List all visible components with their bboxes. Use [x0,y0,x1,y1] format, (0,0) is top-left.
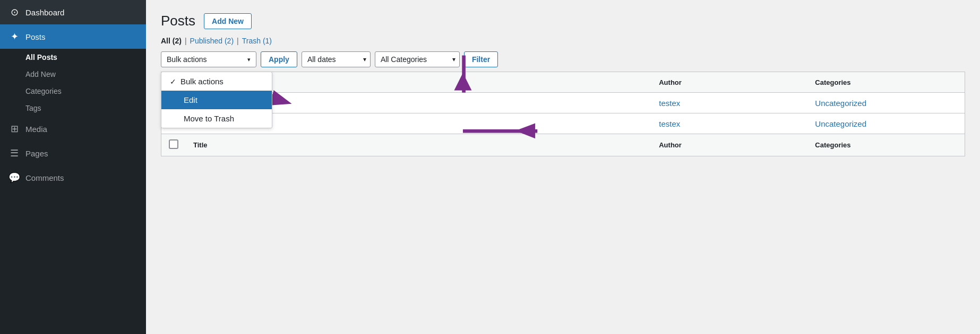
footer-col-title: Title [186,134,651,156]
pages-icon: ☰ [8,147,20,159]
posts-submenu: All Posts Add New Categories Tags [0,49,146,117]
row-2-category-link[interactable]: Uncategorized [815,119,866,128]
sidebar-item-label: Comments [25,173,64,182]
filter-trash[interactable]: Trash (1) [242,37,272,45]
separator-2: | [237,37,239,45]
page-title: Posts [161,13,195,29]
submenu-add-new[interactable]: Add New [0,66,146,83]
bulk-actions-dropdown[interactable]: Bulk actions ▾ [161,51,256,67]
bulk-actions-menu: ✓ Bulk actions Edit Move to Trash [161,72,272,128]
row-1-category-link[interactable]: Uncategorized [815,99,866,108]
menu-item-trash-label: Move to Trash [184,114,234,123]
submenu-tags[interactable]: Tags [0,100,146,117]
col-author: Author [651,72,807,93]
row-1-author-cell: testex [651,93,807,113]
col-categories: Categories [807,72,965,93]
row-1-author-link[interactable]: testex [659,99,680,108]
page-header: Posts Add New [161,13,965,29]
menu-item-bulk-actions[interactable]: ✓ Bulk actions [161,72,272,91]
menu-item-bulk-actions-label: Bulk actions [180,77,223,86]
table-row: ✓ Hello world! testex Uncategorized [161,113,965,134]
submenu-categories[interactable]: Categories [0,83,146,100]
sidebar: ⊙ Dashboard ✦ Posts All Posts Add New Ca… [0,0,146,334]
all-categories-select[interactable]: All Categories [375,51,460,67]
subsubsub-nav: All (2) | Published (2) | Trash (1) [161,37,965,45]
sidebar-item-pages[interactable]: ☰ Pages [0,141,146,165]
media-icon: ⊞ [8,123,20,135]
sidebar-item-label: Dashboard [25,8,64,17]
all-dates-select[interactable]: All dates [302,51,371,67]
posts-icon: ✦ [8,31,20,42]
menu-item-edit[interactable]: Edit [161,91,272,109]
sidebar-item-label: Posts [25,32,46,41]
row-2-author-link[interactable]: testex [659,119,680,128]
all-categories-wrapper: All Categories [375,51,460,67]
sidebar-item-posts[interactable]: ✦ Posts [0,24,146,49]
filter-published[interactable]: Published (2) [190,37,234,45]
table-row: ✓ My Post testex Uncategorized [161,93,965,113]
row-2-author-cell: testex [651,113,807,134]
footer-col-categories: Categories [807,134,965,156]
dashboard-icon: ⊙ [8,6,20,18]
footer-select-all-checkbox[interactable] [169,139,178,149]
toolbar: Bulk actions ▾ ✓ Bulk actions Edit Move … [161,51,965,67]
filter-all[interactable]: All (2) [161,37,182,45]
posts-table: ✓ Title Author Categories ✓ My Post test… [161,72,965,156]
row-2-categories-cell: Uncategorized [807,113,965,134]
annotation-arrows [292,0,980,334]
sidebar-item-dashboard[interactable]: ⊙ Dashboard [0,0,146,24]
sidebar-item-comments[interactable]: 💬 Comments [0,165,146,190]
row-1-categories-cell: Uncategorized [807,93,965,113]
all-dates-wrapper: All dates [302,51,371,67]
footer-checkbox-col [161,134,186,156]
main-content: Posts Add New All (2) | Published (2) | … [146,0,980,334]
chevron-down-icon: ▾ [247,56,251,63]
bulk-actions-label: Bulk actions [167,55,207,64]
add-new-button[interactable]: Add New [204,13,252,29]
menu-item-move-to-trash[interactable]: Move to Trash [161,109,272,128]
checkmark-icon: ✓ [170,77,176,86]
filter-button[interactable]: Filter [464,51,498,67]
apply-button[interactable]: Apply [261,51,297,67]
sidebar-item-media[interactable]: ⊞ Media [0,117,146,141]
submenu-all-posts[interactable]: All Posts [0,49,146,66]
separator-1: | [185,37,187,45]
comments-icon: 💬 [8,172,20,183]
sidebar-item-label: Media [25,125,47,134]
menu-item-edit-label: Edit [184,95,197,104]
footer-col-author: Author [651,134,807,156]
sidebar-item-label: Pages [25,149,48,158]
bulk-actions-wrapper: Bulk actions ▾ ✓ Bulk actions Edit Move … [161,51,256,67]
